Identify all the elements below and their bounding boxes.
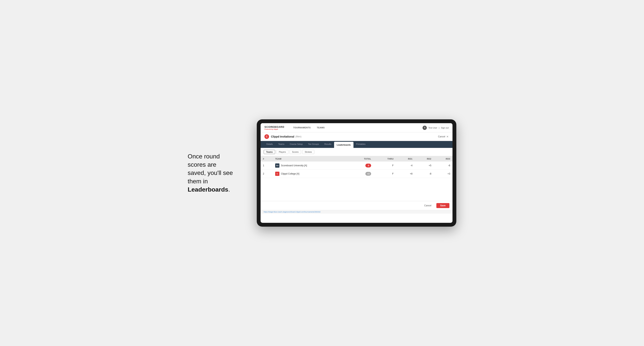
- rd2-2: -8: [415, 170, 434, 178]
- leaderboard-table: # TEAM TOTAL THRU RD1 RD2 RD3 1: [260, 156, 452, 178]
- user-avatar: S: [422, 126, 427, 130]
- page-wrapper: Once round scores are saved, you'll see …: [188, 119, 456, 227]
- table-row: 1 SU Scoreboard University [A] -5 F -4: [260, 162, 452, 170]
- sign-out-link[interactable]: Sign out: [441, 127, 449, 129]
- tournament-header: C Clippd Invitational (Men) Cancel ✕: [260, 132, 452, 141]
- team-name-2: Clippd College [A]: [281, 173, 299, 175]
- rd2-1: +5: [415, 162, 434, 170]
- col-rd1: RD1: [396, 156, 415, 162]
- thru-1: F: [374, 162, 396, 170]
- table-row: 2 C Clippd College [A] +3 F +8 -8: [260, 170, 452, 178]
- col-rd2: RD2: [415, 156, 434, 162]
- rd1-1: -4: [396, 162, 415, 170]
- team-logo-2: C: [275, 172, 280, 176]
- tournament-gender: (Men): [295, 135, 301, 138]
- tab-course-setup[interactable]: Course Setup: [287, 141, 305, 148]
- rd3-2: +3: [434, 170, 452, 178]
- side-text-line4: them in: [188, 178, 208, 185]
- filter-bar: Teams Players Scores Strokes: [260, 148, 452, 156]
- brand-logo: SCOREBOARD Powered by clippd: [264, 126, 284, 130]
- nav-items: TOURNAMENTS TEAMS: [290, 123, 422, 132]
- rank-2: 2: [260, 170, 273, 178]
- col-team: TEAM: [273, 156, 349, 162]
- team-info-1: SU Scoreboard University [A]: [275, 164, 346, 168]
- col-thru: THRU: [374, 156, 396, 162]
- col-rank: #: [260, 156, 273, 162]
- team-cell-2: C Clippd College [A]: [273, 170, 349, 178]
- side-text-period: .: [228, 186, 230, 193]
- clippd-name: clippd: [274, 128, 278, 130]
- user-name: Test User: [428, 127, 437, 129]
- table-header-row: # TEAM TOTAL THRU RD1 RD2 RD3: [260, 156, 452, 162]
- team-logo-1: SU: [275, 164, 280, 168]
- rd1-2: +8: [396, 170, 415, 178]
- side-text: Once round scores are saved, you'll see …: [188, 152, 245, 194]
- tournament-cancel[interactable]: Cancel ✕: [438, 135, 449, 138]
- side-text-line1: Once round: [188, 153, 220, 160]
- nav-separator: |: [439, 127, 440, 129]
- col-total: TOTAL: [349, 156, 374, 162]
- side-text-line2: scores are: [188, 161, 216, 168]
- tab-teams[interactable]: Teams: [276, 141, 287, 148]
- score-badge-1: -5: [365, 164, 371, 168]
- team-info-2: C Clippd College [A]: [275, 172, 346, 176]
- col-rd3: RD3: [434, 156, 452, 162]
- close-icon: ✕: [446, 135, 449, 138]
- top-nav: SCOREBOARD Powered by clippd TOURNAMENTS…: [260, 123, 452, 132]
- rank-1: 1: [260, 162, 273, 170]
- filter-teams[interactable]: Teams: [264, 150, 275, 154]
- total-2: +3: [349, 170, 374, 178]
- app-footer: Cancel Save: [260, 201, 452, 210]
- score-badge-2: +3: [365, 172, 371, 176]
- tablet-device: SCOREBOARD Powered by clippd TOURNAMENTS…: [257, 119, 456, 227]
- cancel-label: Cancel: [438, 135, 445, 138]
- brand-sub: Powered by clippd: [264, 128, 284, 130]
- tab-leaderboards[interactable]: Leaderboards: [334, 142, 354, 148]
- tournament-name: Clippd Invitational: [271, 135, 294, 138]
- tournament-icon: C: [264, 134, 269, 139]
- total-1: -5: [349, 162, 374, 170]
- nav-item-tournaments[interactable]: TOURNAMENTS: [290, 123, 314, 132]
- cancel-button[interactable]: Cancel: [421, 203, 434, 208]
- nav-right: S Test User | Sign out: [422, 126, 449, 130]
- team-cell-1: SU Scoreboard University [A]: [273, 162, 349, 170]
- team-name-1: Scoreboard University [A]: [281, 164, 307, 167]
- tablet-screen: SCOREBOARD Powered by clippd TOURNAMENTS…: [260, 123, 452, 223]
- nav-item-teams[interactable]: TEAMS: [314, 123, 328, 132]
- brand-title: SCOREBOARD: [264, 126, 284, 128]
- tab-printables[interactable]: Printables: [354, 141, 368, 148]
- rd3-1: -6: [434, 162, 452, 170]
- side-text-bold: Leaderboards: [188, 186, 228, 193]
- filter-strokes[interactable]: Strokes: [302, 150, 314, 154]
- url-bar: https://stage-blue-coach.stagesocerboard…: [260, 210, 452, 214]
- side-text-line3: saved, you'll see: [188, 169, 233, 176]
- tab-tee-groups[interactable]: Tee Groups: [305, 141, 322, 148]
- filter-scores[interactable]: Scores: [290, 150, 301, 154]
- sub-tabs: Details Teams Course Setup Tee Groups Re…: [260, 141, 452, 148]
- save-button[interactable]: Save: [436, 203, 450, 208]
- tab-results[interactable]: Results: [322, 141, 334, 148]
- tab-details[interactable]: Details: [264, 141, 276, 148]
- filter-players[interactable]: Players: [276, 150, 288, 154]
- thru-2: F: [374, 170, 396, 178]
